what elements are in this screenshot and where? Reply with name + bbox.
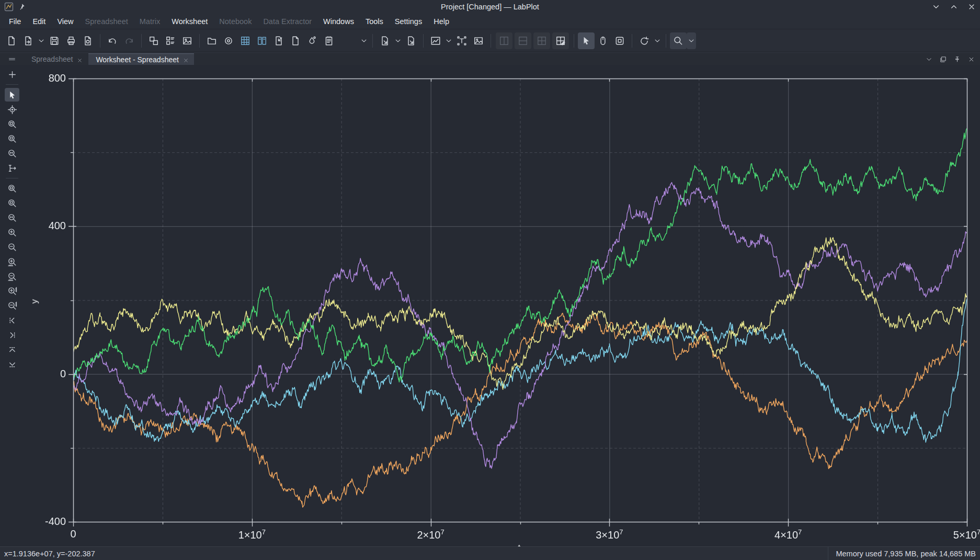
y-tick-label: 400 <box>49 220 66 232</box>
zoom-in-y-button[interactable] <box>5 284 19 298</box>
x-tick-exponent: 7 <box>619 528 623 536</box>
cursor-position-status: x=1.9136e+07, y=-202.387 <box>0 550 828 558</box>
dock-handle-icon[interactable] <box>0 53 24 65</box>
add-new-button[interactable] <box>5 68 19 81</box>
open-recent-dropdown[interactable] <box>37 32 46 49</box>
plot-area[interactable] <box>24 65 980 546</box>
share-button[interactable] <box>403 32 419 49</box>
new-object-dropdown[interactable] <box>359 32 369 49</box>
x-tick-base: 4×10 <box>774 529 798 541</box>
navigate-mode-button[interactable] <box>595 32 611 49</box>
magnifier-button[interactable] <box>670 32 687 49</box>
select-mode-button[interactable] <box>5 88 19 102</box>
zoom-out-button[interactable] <box>5 240 19 254</box>
print-preview-button[interactable] <box>79 32 96 49</box>
new-note-button[interactable] <box>287 32 304 49</box>
undo-button[interactable] <box>104 32 121 49</box>
menu-windows[interactable]: Windows <box>317 15 360 28</box>
y-tick-label: 0 <box>60 368 66 380</box>
zoom-out-y-button[interactable] <box>5 299 19 312</box>
crosshair-mode-button[interactable] <box>5 103 19 116</box>
toolbar-separator <box>372 34 373 48</box>
menu-settings[interactable]: Settings <box>389 15 428 28</box>
redo-button <box>121 32 138 49</box>
memory-status: Memory used 7,935 MB, peak 14,685 MB <box>828 547 980 560</box>
pin-icon[interactable] <box>18 3 25 10</box>
toolbar-separator <box>199 34 200 48</box>
toolbar-separator <box>6 178 18 178</box>
zoom-select-mode-button[interactable] <box>611 32 628 49</box>
main-content: 8004000-40001×1072×1073×1074×1075×107yt <box>0 65 980 546</box>
shift-right-x-button[interactable] <box>5 328 19 342</box>
menu-view[interactable]: View <box>51 15 79 28</box>
x-tick-base: 2×10 <box>417 529 440 541</box>
new-folder-button[interactable] <box>203 32 220 49</box>
zoom-y-select-button[interactable] <box>5 147 19 160</box>
zoom-in-button[interactable] <box>5 226 19 239</box>
new-image-button[interactable] <box>179 32 196 49</box>
tab-list-dropdown[interactable] <box>926 55 932 62</box>
export-dropdown[interactable] <box>393 32 403 49</box>
x-tick-label: 5×107 <box>953 528 980 541</box>
close-view-button[interactable] <box>968 55 975 62</box>
y-tick-label: -400 <box>45 516 66 528</box>
x-tick-exponent: 7 <box>977 528 980 536</box>
minimize-button[interactable] <box>932 3 940 11</box>
color-maps-button[interactable] <box>304 32 321 49</box>
print-button[interactable] <box>63 32 79 49</box>
x-tick-label: 4×107 <box>774 528 802 541</box>
reset-zoom-dropdown[interactable] <box>653 32 662 49</box>
menu-tools[interactable]: Tools <box>360 15 389 28</box>
shift-left-x-button[interactable] <box>5 313 19 327</box>
shift-down-y-button[interactable] <box>5 357 19 371</box>
edit-layout-button[interactable] <box>552 32 569 49</box>
new-script-button[interactable] <box>321 32 337 49</box>
add-plot-button[interactable] <box>427 32 444 49</box>
new-matrix-button[interactable] <box>237 32 254 49</box>
shift-up-y-button[interactable] <box>5 343 19 356</box>
zoom-in-x-button[interactable] <box>5 255 19 268</box>
pin-view-button[interactable] <box>954 55 961 62</box>
zoom-region-select-button[interactable] <box>5 117 19 131</box>
x-tick-label: 3×107 <box>596 528 623 541</box>
x-tick-exponent: 7 <box>441 528 445 536</box>
new-notebook-button[interactable] <box>220 32 237 49</box>
new-spreadsheet-list-button[interactable] <box>162 32 179 49</box>
tab-spreadsheet[interactable]: Spreadsheet <box>24 53 88 65</box>
add-plot-dropdown[interactable] <box>444 32 453 49</box>
tab-worksheet-spreadsheet[interactable]: Worksheet - Spreadsheet <box>88 53 194 65</box>
menu-worksheet[interactable]: Worksheet <box>166 15 213 28</box>
close-button[interactable] <box>967 3 976 11</box>
menu-matrix: Matrix <box>134 15 166 28</box>
menu-edit[interactable]: Edit <box>27 15 51 28</box>
cursor-tool-button[interactable] <box>5 161 19 175</box>
menu-file[interactable]: File <box>3 15 27 28</box>
maximize-button[interactable] <box>950 3 958 11</box>
menu-help[interactable]: Help <box>428 15 455 28</box>
reset-zoom-button[interactable] <box>636 32 653 49</box>
magnifier-dropdown[interactable] <box>687 32 696 49</box>
plot-zoom-region-button[interactable] <box>5 182 19 195</box>
toolbar-group <box>636 32 662 49</box>
new-workbook-2-button[interactable] <box>254 32 270 49</box>
import-data-button[interactable] <box>270 32 287 49</box>
tab-close-icon[interactable] <box>183 57 189 62</box>
export-worksheet-button[interactable] <box>377 32 393 49</box>
new-project-button[interactable] <box>3 32 20 49</box>
add-text-label-button[interactable] <box>453 32 470 49</box>
select-mode-button[interactable] <box>578 32 595 49</box>
new-workbook-button[interactable] <box>145 32 162 49</box>
x-tick-exponent: 7 <box>262 528 266 536</box>
tab-close-icon[interactable] <box>77 57 83 62</box>
detach-view-button[interactable] <box>940 55 947 62</box>
zoom-x-select-button[interactable] <box>5 132 19 145</box>
toolbar-separator <box>6 84 18 85</box>
zoom-out-x-button[interactable] <box>5 270 19 283</box>
toolbar-group <box>3 32 96 49</box>
plot-zoom-y-select-button[interactable] <box>5 211 19 225</box>
plot-zoom-x-select-button[interactable] <box>5 196 19 210</box>
add-image-button[interactable] <box>470 32 487 49</box>
save-project-button[interactable] <box>46 32 63 49</box>
open-project-button[interactable] <box>20 32 37 49</box>
x-tick-base: 5×10 <box>953 529 977 541</box>
